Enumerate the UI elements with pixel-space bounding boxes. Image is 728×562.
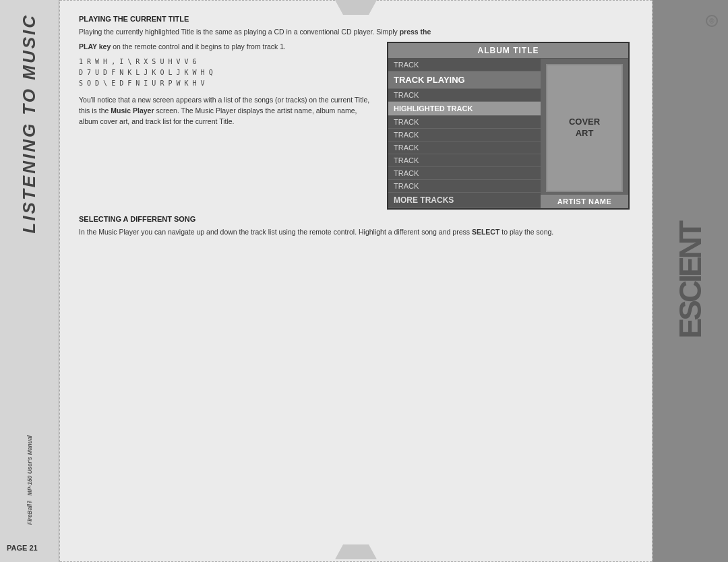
left-sidebar: LISTENING TO MUSIC FireBall™ MP-150 User… xyxy=(0,0,59,562)
section2-title: SELECTING A DIFFERENT SONG xyxy=(79,215,633,223)
left-text-column: PLAY key on the remote control and it be… xyxy=(79,42,375,210)
cover-art-column: COVERART ARTIST NAME xyxy=(541,59,628,208)
cover-art-box: COVERART xyxy=(546,64,623,192)
play-key-bold: PLAY key xyxy=(79,42,111,51)
scrambled-3: S O D \ E D F N I U R P W K H V xyxy=(79,78,375,89)
track-item-highlighted: HIGHLIGHTED TRACK xyxy=(388,102,541,116)
two-column-layout: PLAY key on the remote control and it be… xyxy=(79,42,633,210)
section1-intro: Playing the currently highlighted Title … xyxy=(79,27,633,38)
page-frame: LISTENING TO MUSIC FireBall™ MP-150 User… xyxy=(0,0,728,562)
track-item-10: TRACK xyxy=(388,180,541,193)
play-key-text: PLAY key on the remote control and it be… xyxy=(79,42,375,53)
brand-name: ESCIENT xyxy=(672,223,708,338)
fireball-label: FireBall™ MP-150 User's Manual xyxy=(26,435,33,525)
player-screen-mockup: ALBUM TITLE TRACK TRACK PLAYING TRACK HI… xyxy=(387,42,633,210)
track-item-1: TRACK xyxy=(388,59,541,71)
body-paragraph: You'll notice that a new screen appears … xyxy=(79,94,375,127)
content-area: PLAYING THE CURRENT TITLE Playing the cu… xyxy=(60,0,652,252)
main-content: PLAYING THE CURRENT TITLE Playing the cu… xyxy=(59,0,653,562)
player-screen: ALBUM TITLE TRACK TRACK PLAYING TRACK HI… xyxy=(387,42,630,210)
cover-art-label: COVERART xyxy=(569,117,600,139)
play-key-end: on the remote control and it begins to p… xyxy=(113,42,286,51)
section2-paragraph: In the Music Player you can navigate up … xyxy=(79,227,633,238)
right-sidebar: ® ESCIENT xyxy=(653,0,728,562)
registered-trademark-icon: ® xyxy=(706,15,718,27)
section2-text-start: In the Music Player you can navigate up … xyxy=(79,228,472,236)
track-item-7: TRACK xyxy=(388,142,541,154)
track-item-6: TRACK xyxy=(388,129,541,142)
album-title-header: ALBUM TITLE xyxy=(388,43,628,59)
section2-text-end: to play the song. xyxy=(499,228,553,236)
track-item-3: TRACK xyxy=(388,89,541,102)
player-body: TRACK TRACK PLAYING TRACK HIGHLIGHTED TR… xyxy=(388,59,628,208)
svg-marker-0 xyxy=(335,0,377,15)
intro-bold: press the xyxy=(400,28,431,36)
track-list: TRACK TRACK PLAYING TRACK HIGHLIGHTED TR… xyxy=(388,59,541,208)
scrambled-1: 1 R W H , I \ R X S U H V V 6 xyxy=(79,57,375,67)
bottom-tab xyxy=(335,544,377,562)
body-bold: Music Player xyxy=(111,106,154,115)
scrambled-line-1: 1 R W H , I \ R X S U H V V 6 D 7 U D F … xyxy=(79,57,375,89)
track-item-9: TRACK xyxy=(388,167,541,180)
section2-block: SELECTING A DIFFERENT SONG In the Music … xyxy=(79,215,633,238)
track-item-more: MORE TRACKS xyxy=(388,193,541,208)
top-tab xyxy=(335,0,377,18)
track-item-playing: TRACK PLAYING xyxy=(388,71,541,89)
intro-text-start: Playing the currently highlighted Title … xyxy=(79,28,400,36)
track-item-8: TRACK xyxy=(388,154,541,167)
section2-bold: SELECT xyxy=(472,228,499,236)
page-number: PAGE 21 xyxy=(7,544,38,552)
track-item-5: TRACK xyxy=(388,116,541,129)
svg-marker-1 xyxy=(335,544,377,559)
sidebar-title: LISTENING TO MUSIC xyxy=(19,13,40,234)
artist-name-bar: ARTIST NAME xyxy=(541,195,628,208)
scrambled-2: D 7 U D F N K L J K O L J K W H Q xyxy=(79,67,375,78)
